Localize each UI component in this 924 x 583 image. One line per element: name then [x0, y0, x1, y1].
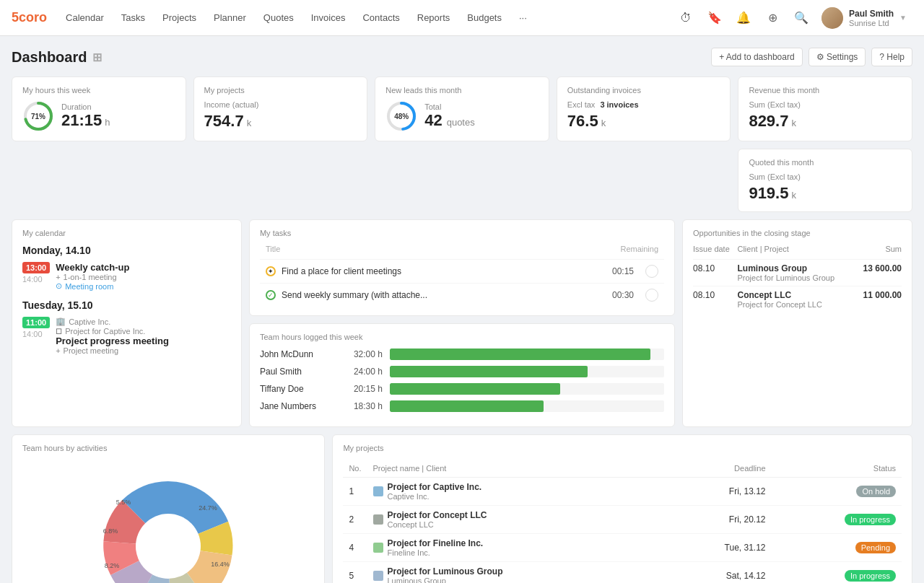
- project-icon: ◻: [56, 326, 62, 336]
- settings-button[interactable]: ⚙ Settings: [808, 48, 866, 66]
- middle-column: My tasks Title Remaining ✦ Find a place …: [249, 219, 675, 427]
- nav-icon-group: ⏱ 🔖 🔔 ⊕ 🔍: [674, 6, 813, 30]
- team-member-3: Tiffany Doe 20:15 h: [260, 383, 664, 395]
- pie-svg: 24.7% 16.4% 13.7% 11% 8.2% 8.2% 6.8% 5.5…: [89, 467, 248, 583]
- svg-text:5.5%: 5.5%: [116, 499, 131, 506]
- location-icon: ⊙: [56, 281, 62, 291]
- status-badge-2: In progress: [845, 514, 896, 525]
- stats-row: My hours this week 71% Duration 21:15 h: [12, 76, 912, 212]
- page-title: Dashboard ⊞: [12, 49, 102, 66]
- bar-3: [390, 383, 664, 395]
- hours-circle: 71%: [22, 100, 54, 132]
- nav-invoices[interactable]: Invoices: [304, 8, 353, 27]
- user-company: Sunrise Ltd: [849, 19, 894, 27]
- opportunities-panel: Opportunities in the closing stage Issue…: [682, 219, 912, 427]
- task-action-2[interactable]: [645, 289, 658, 302]
- pie-chart-panel: Team hours by activities: [12, 434, 325, 583]
- bottom-row: Team hours by activities: [12, 434, 912, 583]
- bookmark-icon[interactable]: 🔖: [703, 6, 726, 30]
- nav-tasks[interactable]: Tasks: [114, 8, 152, 27]
- calendar-event-1: 13:00 14:00 Weekly catch-up + 1-on-1 mee…: [22, 262, 231, 291]
- user-name: Paul Smith: [849, 9, 894, 19]
- logo[interactable]: 5coro: [12, 10, 47, 25]
- projects-panel: My projects No. Project name | Client De…: [332, 434, 912, 583]
- calendar-day-monday: Monday, 14.10: [22, 245, 231, 256]
- top-navigation: 5coro Calendar Tasks Projects Planner Qu…: [0, 0, 924, 36]
- stat-revenue: Revenue this month Sum (Excl tax) 829.7 …: [738, 76, 912, 141]
- nav-quotes[interactable]: Quotes: [256, 8, 301, 27]
- help-button[interactable]: ? Help: [871, 48, 912, 66]
- nav-planner[interactable]: Planner: [206, 8, 253, 27]
- bar-2: [390, 366, 664, 377]
- stat-my-projects: My projects Income (actual) 754.7 k: [193, 76, 368, 141]
- stat-outstanding-invoices: Outstanding invoices Excl tax 3 invoices…: [557, 76, 731, 141]
- project-row-2[interactable]: 2 Project for Concept LLC Concept LLC Fr…: [343, 506, 902, 534]
- stat-quoted: Quoted this month Sum (Excl tax) 919.5 k: [738, 149, 912, 212]
- svg-text:16.4%: 16.4%: [211, 561, 230, 568]
- team-hours-panel: Team hours logged this week John McDunn …: [249, 323, 675, 427]
- nav-projects[interactable]: Projects: [155, 8, 204, 27]
- svg-text:6.8%: 6.8%: [103, 527, 118, 535]
- nav-budgets[interactable]: Budgets: [460, 8, 509, 27]
- bar-1: [390, 349, 664, 360]
- project-icon-4: [373, 571, 383, 581]
- team-member-4: Jane Numbers 18:30 h: [260, 400, 664, 412]
- svg-text:8.2%: 8.2%: [105, 562, 120, 569]
- calendar-panel: My calendar Monday, 14.10 13:00 14:00 We…: [12, 219, 242, 427]
- content-grid: My calendar Monday, 14.10 13:00 14:00 We…: [12, 219, 912, 427]
- dashboard-icon: ⊞: [92, 51, 102, 64]
- notifications-icon[interactable]: 🔔: [732, 6, 755, 30]
- task-checkbox-1[interactable]: ✦: [266, 266, 276, 276]
- add-icon[interactable]: ⊕: [761, 6, 784, 30]
- projects-table: No. Project name | Client Deadline Statu…: [343, 460, 902, 583]
- nav-contacts[interactable]: Contacts: [355, 8, 406, 27]
- bar-4: [390, 400, 664, 412]
- task-action-1[interactable]: [645, 265, 658, 278]
- task-item-2[interactable]: ✓ Send weekly summary (with attache... 0…: [260, 283, 664, 307]
- timer-icon[interactable]: ⏱: [674, 6, 697, 30]
- chevron-down-icon: ▼: [899, 14, 907, 22]
- project-row-4[interactable]: 5 Project for Luminous Group Luminous Gr…: [343, 562, 902, 584]
- building-icon: 🏢: [56, 317, 66, 326]
- opportunity-row-1[interactable]: 08.10 Luminous Group Project for Luminou…: [693, 260, 902, 286]
- status-badge-3: Pending: [855, 542, 896, 553]
- team-member-1: John McDunn 32:00 h: [260, 349, 664, 360]
- tasks-panel: My tasks Title Remaining ✦ Find a place …: [249, 219, 675, 316]
- avatar: [821, 7, 843, 29]
- leads-circle: 48%: [385, 100, 417, 132]
- project-row-1[interactable]: 1 Project for Captive Inc. Captive Inc. …: [343, 478, 902, 506]
- stat-my-hours: My hours this week 71% Duration 21:15 h: [12, 76, 186, 141]
- nav-more[interactable]: ···: [512, 8, 534, 27]
- add-to-dashboard-button[interactable]: + Add to dashboard: [711, 48, 802, 66]
- svg-point-4: [136, 514, 201, 579]
- status-badge-1: On hold: [856, 486, 896, 497]
- stat-new-leads: New leads this month 48% Total 42 quotes: [375, 76, 549, 141]
- dashboard-header: Dashboard ⊞ + Add to dashboard ⚙ Setting…: [12, 48, 912, 66]
- status-badge-4: In progress: [845, 570, 896, 582]
- team-member-2: Paul Smith 24:00 h: [260, 366, 664, 377]
- opportunity-row-2[interactable]: 08.10 Concept LLC Project for Concept LL…: [693, 286, 902, 313]
- person-icon: +: [56, 273, 60, 281]
- task-item-1[interactable]: ✦ Find a place for client meetings 00:15: [260, 259, 664, 283]
- plus-icon: +: [56, 346, 60, 355]
- project-icon-1: [373, 486, 383, 496]
- task-checkbox-2[interactable]: ✓: [266, 290, 276, 300]
- opportunities-table: Issue date Client | Project Sum 08.10 Lu…: [693, 245, 902, 312]
- calendar-day-tuesday: Tuesday, 15.10: [22, 299, 231, 311]
- project-icon-3: [373, 543, 383, 553]
- project-icon-2: [373, 514, 383, 525]
- nav-calendar[interactable]: Calendar: [58, 8, 111, 27]
- nav-reports[interactable]: Reports: [410, 8, 458, 27]
- main-content: Dashboard ⊞ + Add to dashboard ⚙ Setting…: [0, 36, 924, 583]
- svg-text:24.7%: 24.7%: [199, 504, 217, 512]
- pie-chart: 24.7% 16.4% 13.7% 11% 8.2% 8.2% 6.8% 5.5…: [22, 460, 314, 583]
- user-menu[interactable]: Paul Smith Sunrise Ltd ▼: [816, 4, 912, 32]
- dashboard-actions: + Add to dashboard ⚙ Settings ? Help: [711, 48, 912, 66]
- user-info: Paul Smith Sunrise Ltd: [849, 9, 894, 27]
- search-icon[interactable]: 🔍: [790, 6, 813, 30]
- project-row-3[interactable]: 4 Project for Fineline Inc. Fineline Inc…: [343, 534, 902, 562]
- calendar-event-2: 11:00 14:00 🏢 Captive Inc. ◻ Project for…: [22, 317, 231, 355]
